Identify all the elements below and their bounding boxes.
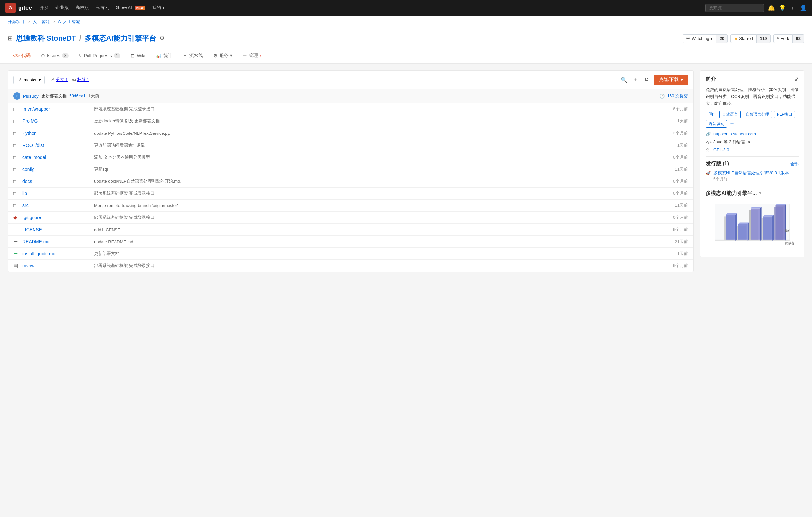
tab-wiki[interactable]: ⊟ Wiki (125, 49, 150, 63)
nav-opensource[interactable]: 开源 (40, 5, 49, 11)
tags-link[interactable]: 标签 1 (78, 77, 89, 83)
file-commit-msg: add LICENSE. (88, 227, 673, 232)
file-link[interactable]: LICENSE (23, 227, 42, 232)
file-name: README.md (23, 239, 88, 244)
file-link[interactable]: src (23, 203, 29, 208)
release-name-link[interactable]: 多模态NLP自然语言处理引擎V0.0.1版本 (714, 170, 789, 175)
commit-info: P PlusBoy 更新部署文档 59d6caf 1天前 (13, 92, 99, 100)
file-commit-msg: update Python/Code/NLPTextService.py. (88, 131, 673, 136)
expand-icon[interactable]: ⤢ (794, 76, 799, 82)
tab-code[interactable]: </> 代码 (8, 49, 36, 63)
add-file-button[interactable]: ＋ (632, 75, 640, 85)
website-url[interactable]: https://nlp.stonedt.com (714, 132, 756, 136)
commit-time: 1天前 (88, 93, 99, 99)
file-link[interactable]: .gitignore (23, 215, 41, 220)
desktop-button[interactable]: 🖥 (643, 75, 650, 85)
file-time: 6个月前 (673, 190, 688, 196)
file-commit-msg: 更改前端访问后端地址逻辑 (88, 142, 677, 148)
chart-title-text: 多模态AI能力引擎平... (706, 190, 757, 197)
commits-icon: 🕐 (660, 94, 665, 99)
settings-icon[interactable]: ⚙ (160, 35, 165, 42)
tab-pipeline[interactable]: 〰 流水线 (178, 49, 208, 63)
repo-name-link[interactable]: 多模态AI能力引擎平台 (85, 34, 156, 42)
file-link[interactable]: mvnw (23, 263, 34, 268)
file-link[interactable]: ROOT/dist (23, 143, 44, 148)
chart-title: 多模态AI能力引擎平... ? (706, 190, 799, 197)
breadcrumb-ai[interactable]: 人工智能 (33, 19, 50, 24)
breadcrumb-opensource[interactable]: 开源项目 (8, 19, 25, 24)
svg-marker-17 (748, 223, 749, 241)
tag-nlp-processing[interactable]: 自然语言处理 (743, 111, 772, 118)
total-commits[interactable]: 160 次提交 (667, 93, 688, 99)
tag-nlp[interactable]: Nlp (706, 111, 717, 118)
file-time: 6个月前 (673, 215, 688, 220)
file-row: □ .mvn/wrapper 部署系统基础框架 完成登录接口 6个月前 (8, 103, 693, 115)
breadcrumb-sep1: > (28, 19, 31, 24)
discover-icon[interactable]: 💡 (779, 4, 786, 11)
file-link[interactable]: cate_model (23, 155, 46, 160)
svg-marker-11 (726, 213, 736, 215)
release-all-link[interactable]: 全部 (790, 161, 799, 167)
tag-natural-lang[interactable]: 自然语言 (719, 111, 741, 118)
branch-selector[interactable]: ⎇ master ▾ (13, 76, 45, 84)
branches-link[interactable]: 分支 1 (56, 77, 68, 83)
tab-services[interactable]: ⚙ 服务 ▾ (208, 49, 237, 63)
chevron-down-icon: ▾ (710, 36, 713, 41)
nav-mine[interactable]: 我的 ▾ (152, 5, 165, 11)
fork-count[interactable]: 62 (792, 34, 804, 43)
search-button[interactable]: 🔍 (619, 75, 629, 85)
repo-owner-link[interactable]: 思通数科 StoneDT (16, 34, 76, 42)
add-icon[interactable]: ＋ (790, 4, 796, 12)
clone-button[interactable]: 克隆/下载 ▾ (654, 75, 688, 85)
gitignore-icon: ◆ (13, 215, 20, 220)
tag-nlp-api[interactable]: NLP接口 (774, 111, 795, 118)
commit-sha[interactable]: 59d6caf (69, 94, 86, 98)
tab-manage[interactable]: ☰ 管理 ● (237, 49, 267, 63)
nav-enterprise[interactable]: 企业版 (55, 5, 69, 11)
tag-icon: 🏷 (72, 78, 76, 82)
nav-private[interactable]: 私有云 (96, 5, 109, 11)
commit-message: 更新部署文档 (41, 93, 67, 99)
tab-stats-label: 统计 (163, 53, 172, 59)
search-input[interactable] (705, 4, 764, 12)
file-time: 6个月前 (673, 263, 688, 269)
services-icon: ⚙ (213, 53, 218, 58)
file-name: ProlMG (23, 118, 88, 124)
release-item: 🚀 多模态NLP自然语言处理引擎V0.0.1版本 5个月前 (706, 170, 799, 182)
fork-label: Fork (781, 36, 789, 41)
svg-rect-21 (715, 240, 789, 241)
notification-icon[interactable]: 🔔 (768, 4, 775, 11)
tag-speech[interactable]: 语音识别 (706, 120, 727, 128)
folder-icon: □ (13, 191, 20, 196)
nav-ai[interactable]: Gitee AI NEW (116, 5, 145, 11)
fork-button[interactable]: ⑂ Fork (773, 34, 793, 43)
file-link[interactable]: docs (23, 179, 32, 184)
file-link[interactable]: lib (23, 191, 27, 196)
nav-university[interactable]: 高校版 (76, 5, 89, 11)
star-button[interactable]: ★ Starred (730, 34, 757, 43)
file-link[interactable]: README.md (23, 239, 50, 244)
tab-stats[interactable]: 📊 统计 (151, 49, 178, 63)
license-text[interactable]: GPL-3.0 (714, 147, 729, 152)
file-link[interactable]: ProlMG (23, 118, 38, 124)
svg-marker-16 (735, 213, 737, 241)
watch-button[interactable]: 👁 Watching ▾ (683, 34, 716, 43)
branch-bar: ⎇ master ▾ ⎇ 分支 1 🏷 标签 1 🔍 ＋ (8, 71, 693, 89)
file-link[interactable]: config (23, 167, 34, 172)
breadcrumb-ai-category[interactable]: AI-人工智能 (58, 19, 80, 24)
tab-issues[interactable]: ⊙ Issues 3 (36, 49, 74, 63)
tab-pullrequests[interactable]: ⑂ Pull Requests 1 (74, 49, 125, 63)
file-link[interactable]: install_guide.md (23, 251, 55, 256)
star-count[interactable]: 119 (756, 34, 771, 43)
avatar-icon[interactable]: 👤 (800, 4, 807, 11)
logo[interactable]: G gitee (5, 3, 32, 13)
tag-add-button[interactable]: ＋ (729, 120, 735, 128)
divider (706, 156, 799, 157)
file-link[interactable]: .mvn/wrapper (23, 106, 50, 112)
watch-count[interactable]: 20 (716, 34, 728, 43)
chart-help-icon[interactable]: ? (759, 191, 761, 196)
intro-card: 简介 ⤢ 免费的自然语言处理、情感分析、实体识别、图像识别与分类、OCR识别、语… (700, 70, 804, 257)
commit-author[interactable]: PlusBoy (23, 94, 39, 99)
svg-marker-15 (776, 204, 786, 206)
file-link[interactable]: Python (23, 131, 37, 136)
